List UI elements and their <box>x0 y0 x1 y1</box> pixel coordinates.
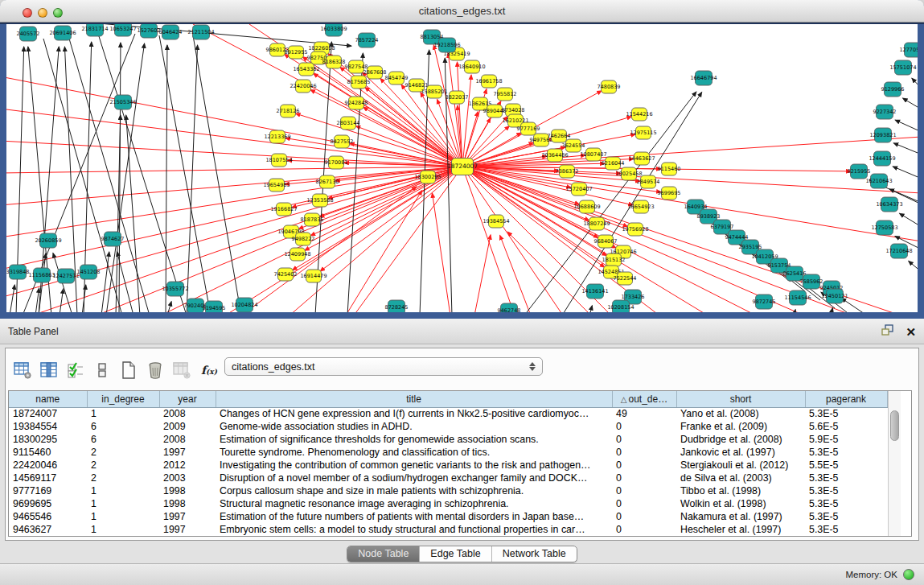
table-row[interactable]: 1872400712008Changes of HCN gene express… <box>9 407 887 420</box>
row-options-button[interactable] <box>92 360 113 381</box>
graph-edge[interactable] <box>462 167 515 312</box>
table-cell: 1998 <box>159 484 216 497</box>
graph-edge[interactable] <box>893 167 918 179</box>
graph-edge[interactable] <box>106 43 145 312</box>
graph-edge[interactable] <box>831 308 832 312</box>
graph-edge[interactable] <box>241 187 417 312</box>
graph-edge[interactable] <box>310 90 462 167</box>
graph-edge[interactable] <box>912 78 918 89</box>
table-row[interactable]: 946554611997Estimation of the future num… <box>9 510 887 523</box>
graph-edge[interactable] <box>328 53 462 167</box>
graph-edge[interactable] <box>909 261 918 272</box>
table-cell: 9463627 <box>9 523 87 536</box>
table-mode-button[interactable] <box>12 360 33 381</box>
graph-edge[interactable] <box>6 109 462 167</box>
graph-edge[interactable] <box>32 167 462 312</box>
graph-node-label: 22420046 <box>290 83 316 89</box>
select-columns-button[interactable] <box>65 360 86 381</box>
table-row[interactable]: 946362711997Embryonic stem cells: a mode… <box>9 523 887 536</box>
graph-edge[interactable] <box>432 193 450 312</box>
new-column-button[interactable] <box>118 360 139 381</box>
network-canvas[interactable]: 9860123891295518226058982750816543382224… <box>6 24 918 312</box>
table-row[interactable]: 1456911722003Disruption of a novel membe… <box>9 472 887 484</box>
graph-node-label: 6734028 <box>502 107 525 113</box>
graph-edge[interactable] <box>193 35 241 312</box>
table-gear-icon <box>14 362 32 379</box>
graph-edge[interactable] <box>187 45 198 312</box>
table-cell: 14569117 <box>9 472 87 484</box>
graph-node-label: 11154546 <box>784 295 811 301</box>
table-row[interactable]: 977716911998Corpus callosum shape and si… <box>9 484 887 497</box>
window-titlebar[interactable]: citations_edges.txt <box>0 0 924 23</box>
table-cell: de Silva et al. (2003) <box>676 472 805 484</box>
table-row[interactable]: 911546021997Tourette syndrome. Phenomeno… <box>9 446 887 459</box>
column-header-short[interactable]: short <box>676 391 805 407</box>
table-row[interactable]: 969969511998Structural magnetic resonanc… <box>9 497 887 510</box>
graph-node-label: 8822037 <box>446 94 469 101</box>
table-cell: 5.3E-5 <box>805 472 887 484</box>
graph-edge[interactable] <box>347 53 363 312</box>
delete-columns-button[interactable] <box>145 360 166 381</box>
tab-network-table[interactable]: Network Table <box>492 546 577 562</box>
graph-edge[interactable] <box>39 253 46 312</box>
close-panel-icon[interactable]: ✕ <box>906 326 916 339</box>
graph-edge[interactable] <box>6 167 462 270</box>
graph-node-label: 9699695 <box>658 190 681 196</box>
graph-edge[interactable] <box>524 92 696 312</box>
graph-node-label: 15751074 <box>889 64 916 71</box>
table-selector-dropdown[interactable]: citations_edges.txt <box>224 357 543 376</box>
float-panel-icon[interactable] <box>881 324 894 340</box>
graph-node-label: 18807249 <box>583 220 610 227</box>
column-header-year[interactable]: year <box>159 391 216 407</box>
column-header-pagerank[interactable]: pagerank <box>805 391 887 407</box>
graph-node-label: 7522544 <box>614 275 637 282</box>
graph-edge[interactable] <box>355 126 462 167</box>
table-cell: 5.6E-5 <box>805 420 887 433</box>
column-header-out-degree[interactable]: △out_de… <box>612 391 676 407</box>
column-header-title[interactable]: title <box>216 391 612 407</box>
table-cell: Yano et al. (2008) <box>676 407 805 420</box>
graph-node-label: 16914479 <box>300 273 326 279</box>
table-row[interactable]: 2242004622012Investigating the contribut… <box>9 459 887 472</box>
column-header-name[interactable]: name <box>9 391 87 407</box>
graph-edge[interactable] <box>900 213 918 227</box>
table-row[interactable]: 1938455462009Genome-wide association stu… <box>9 420 887 433</box>
vertical-scrollbar[interactable] <box>888 391 901 536</box>
table-cell: 1 <box>87 523 159 536</box>
show-column-button[interactable] <box>39 360 60 381</box>
table-row[interactable]: 1830029562008Estimation of significance … <box>9 433 887 446</box>
graph-edge[interactable] <box>895 120 918 132</box>
graph-edge[interactable] <box>903 98 918 109</box>
graph-edge[interactable] <box>35 288 39 312</box>
scrollbar-thumb[interactable] <box>890 410 899 441</box>
graph-edge[interactable] <box>500 235 531 312</box>
graph-edge[interactable] <box>507 232 591 312</box>
graph-edge[interactable] <box>474 235 491 312</box>
tab-edge-table[interactable]: Edge Table <box>420 546 491 562</box>
citation-network-graph[interactable]: 9860123891295518226058982750816543382224… <box>6 24 918 312</box>
graph-edge[interactable] <box>6 76 462 167</box>
graph-node-label: 9777169 <box>517 126 540 132</box>
graph-node-label: 8728245 <box>385 304 409 311</box>
table-cell: Jankovic et al. (1997) <box>676 446 805 459</box>
function-builder-button[interactable]: f(x) <box>201 364 217 377</box>
graph-edge[interactable] <box>841 299 867 312</box>
graph-edge[interactable] <box>10 285 14 312</box>
graph-edge[interactable] <box>60 289 64 312</box>
table-cell: 2009 <box>159 420 216 433</box>
column-header-in-degree[interactable]: in_degree <box>87 391 159 407</box>
tab-node-table[interactable]: Node Table <box>347 546 420 562</box>
graph-node-label: 12770580 <box>899 47 918 53</box>
table-cell: 9777169 <box>9 484 87 497</box>
graph-node-label: 9462748 <box>498 307 521 312</box>
graph-edge[interactable] <box>589 306 592 312</box>
table-cell: Estimation of significance thresholds fo… <box>216 433 612 446</box>
graph-edge[interactable] <box>159 35 211 312</box>
graph-node-label: 3624554 <box>562 142 585 149</box>
graph-edge[interactable] <box>98 34 187 312</box>
graph-edge[interactable] <box>893 143 918 154</box>
graph-edge[interactable] <box>6 167 462 237</box>
graph-node-label: 19384554 <box>483 218 509 225</box>
graph-edge[interactable] <box>166 45 167 312</box>
rows-icon <box>97 362 107 378</box>
